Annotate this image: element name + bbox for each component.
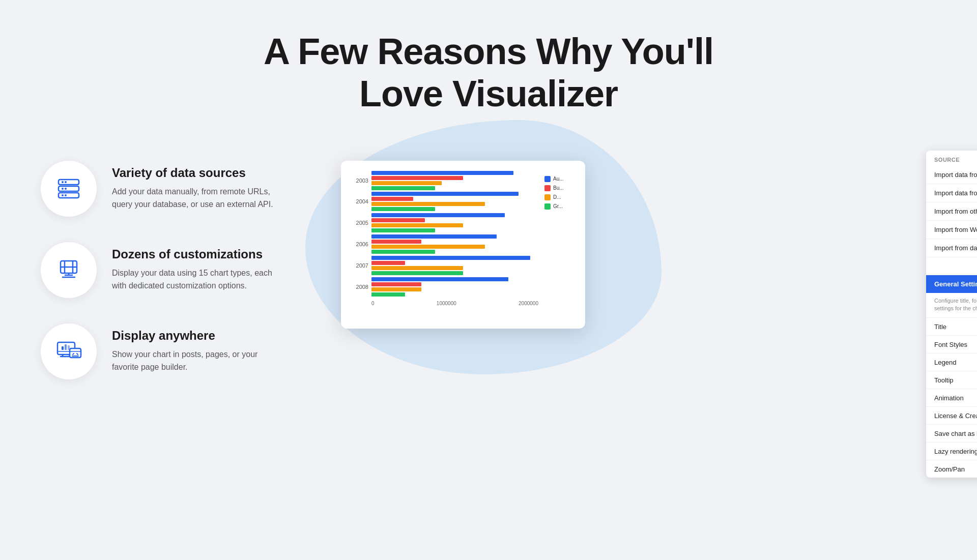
- monitor-icon: [54, 337, 83, 366]
- feature-text-3: Display anywhere Show your chart in post…: [112, 323, 285, 374]
- chart-legend: Au... Bu... D... Gr...: [544, 171, 575, 318]
- chart-bars-area: 2003 2004: [351, 171, 538, 318]
- legend-item-au: Au...: [544, 176, 575, 182]
- chart-row-2006: 2006: [351, 234, 538, 254]
- feature-desc-2: Display your data using 15 chart types, …: [112, 267, 285, 292]
- feature-item-customizations: Dozens of customizations Display your da…: [41, 242, 295, 298]
- page-wrapper: A Few Reasons Why You'll Love Visualizer: [0, 0, 977, 446]
- chart-panel: 2003 2004: [341, 161, 585, 329]
- chart-row-2007: 2007: [351, 256, 538, 275]
- feature-desc-1: Add your data manually, from remote URLs…: [112, 185, 285, 211]
- svg-point-4: [65, 181, 67, 183]
- feature-title-3: Display anywhere: [112, 329, 285, 343]
- feature-icon-circle-1: [41, 161, 97, 217]
- feature-title-2: Dozens of customizations: [112, 247, 285, 261]
- settings-menu-import-wordpress[interactable]: Import from WordPress ›: [926, 221, 977, 239]
- feature-icon-circle-2: [41, 242, 97, 298]
- customization-icon: [54, 256, 83, 284]
- visual-area: 2003 2004: [326, 151, 936, 405]
- settings-sub-zoom[interactable]: Zoom/Pan –: [926, 460, 977, 478]
- database-icon: [54, 174, 83, 203]
- settings-general-header[interactable]: General Settings ∨: [926, 275, 977, 293]
- settings-general-desc: Configure title, font styles, tooltip, l…: [926, 293, 977, 318]
- feature-item-data-sources: Variety of data sources Add your data ma…: [41, 161, 295, 217]
- settings-sub-title[interactable]: Title –: [926, 318, 977, 336]
- settings-sub-legend[interactable]: Legend –: [926, 353, 977, 371]
- page-title: A Few Reasons Why You'll Love Visualizer: [41, 31, 936, 115]
- feature-text-2: Dozens of customizations Display your da…: [112, 242, 285, 292]
- legend-dot-red: [544, 185, 551, 191]
- feature-title-1: Variety of data sources: [112, 166, 285, 180]
- chart-inner: 2003 2004: [351, 171, 575, 318]
- svg-point-8: [65, 194, 67, 196]
- legend-item-gr: Gr...: [544, 203, 575, 210]
- settings-sub-save-chart[interactable]: Save chart as image inside Media Library…: [926, 425, 977, 443]
- settings-menu-import-chart[interactable]: Import from other chart ›: [926, 202, 977, 221]
- svg-point-3: [62, 181, 64, 183]
- chart-row-2008: 2008: [351, 277, 538, 297]
- settings-menu-import-database[interactable]: Import from database ›: [926, 239, 977, 257]
- svg-rect-12: [65, 344, 67, 350]
- settings-menu-extra[interactable]: ›: [926, 257, 977, 275]
- settings-menu-import-url[interactable]: Import data from URL ›: [926, 184, 977, 202]
- settings-sub-animation[interactable]: Animation –: [926, 389, 977, 407]
- svg-point-6: [65, 188, 67, 190]
- feature-desc-3: Show your chart in posts, pages, or your…: [112, 348, 285, 374]
- settings-sub-license[interactable]: License & Creator –: [926, 407, 977, 425]
- chart-row-2003: 2003: [351, 171, 538, 190]
- svg-point-5: [62, 188, 64, 190]
- legend-dot-green: [544, 203, 551, 210]
- svg-rect-11: [62, 346, 64, 350]
- content-area: Variety of data sources Add your data ma…: [41, 151, 936, 405]
- settings-sub-font-styles[interactable]: Font Styles –: [926, 336, 977, 353]
- legend-dot-orange: [544, 194, 551, 200]
- feature-item-display: Display anywhere Show your chart in post…: [41, 323, 295, 379]
- settings-menu-import-file[interactable]: Import data from file ›: [926, 166, 977, 184]
- feature-icon-circle-3: [41, 323, 97, 379]
- settings-sub-lazy[interactable]: Lazy rendering of chart –: [926, 443, 977, 460]
- chart-row-2005: 2005: [351, 213, 538, 232]
- feature-text-1: Variety of data sources Add your data ma…: [112, 161, 285, 211]
- chart-row-2004: 2004: [351, 192, 538, 211]
- svg-point-7: [62, 194, 64, 196]
- legend-item-d: D...: [544, 194, 575, 200]
- settings-source-header: Source: [926, 151, 977, 166]
- legend-dot-blue: [544, 176, 551, 182]
- legend-item-bu: Bu...: [544, 185, 575, 191]
- features-list: Variety of data sources Add your data ma…: [41, 151, 295, 379]
- settings-panel: Source Import data from file › Import da…: [926, 151, 977, 478]
- chart-x-axis: 0 1000000 2000000: [351, 301, 538, 306]
- settings-sub-tooltip[interactable]: Tooltip –: [926, 371, 977, 389]
